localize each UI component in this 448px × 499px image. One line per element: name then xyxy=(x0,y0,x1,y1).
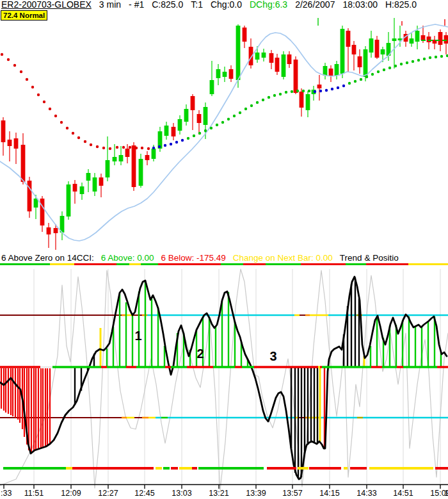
sar-dot-green xyxy=(417,59,420,61)
wave-count-annotation: 2 xyxy=(196,347,204,361)
sar-dot-red xyxy=(13,64,16,67)
candle-body xyxy=(125,149,130,157)
candle-body xyxy=(14,138,19,149)
time-axis-label: 15 xyxy=(444,489,448,498)
time-axis: :3311:5112:0912:2712:4513:0313:2113:3913… xyxy=(0,489,448,499)
candle-body xyxy=(317,85,322,88)
sar-dot-red xyxy=(147,147,150,150)
candle-body xyxy=(294,60,298,93)
candle-body xyxy=(381,49,385,54)
candle-body xyxy=(335,64,339,76)
candle-body xyxy=(1,120,6,142)
candle-body xyxy=(229,69,234,79)
candle-body xyxy=(275,58,280,72)
time-axis-label: 14:51 xyxy=(393,489,413,498)
time-label: 18:03:00 xyxy=(342,0,378,10)
sar-dot-red xyxy=(109,147,111,150)
high-value-label: H:825.0 xyxy=(385,0,417,10)
sar-dot-red xyxy=(66,127,68,129)
chart-canvas[interactable]: 123 xyxy=(0,0,448,499)
sar-dot-blue xyxy=(325,89,328,92)
sar-dot-red xyxy=(26,78,28,81)
sar-dot-green xyxy=(250,104,253,107)
sar-dot-red xyxy=(43,101,45,103)
sar-dot-green xyxy=(440,55,443,58)
candle-body xyxy=(67,184,71,217)
candle-body xyxy=(164,126,169,136)
trend-position-label: Trend & Positio xyxy=(340,253,399,263)
candle-body xyxy=(421,35,426,40)
wave-count-annotation: 1 xyxy=(134,329,141,343)
tick-count-label: T:1 xyxy=(191,0,203,10)
sar-dot-green xyxy=(273,94,276,97)
sar-dot-green xyxy=(348,82,351,85)
symbol-label: ER2-200703-GLOBEX xyxy=(1,0,92,10)
sar-dot-blue xyxy=(181,139,184,142)
candle-body xyxy=(73,184,77,192)
sar-dot-green xyxy=(210,127,212,129)
sar-dot-green xyxy=(216,124,218,126)
time-axis-label: 14:33 xyxy=(356,489,376,498)
time-axis-label: 13:39 xyxy=(246,489,266,498)
time-axis-label: 11:51 xyxy=(24,489,44,498)
candle-body xyxy=(113,157,117,161)
sar-dot-red xyxy=(96,145,99,148)
daily-change-value-label: DChg:6.3 xyxy=(250,0,287,10)
sar-dot-red xyxy=(135,147,138,149)
sar-dot-green xyxy=(204,129,207,132)
smoothed-cci-line xyxy=(0,277,447,479)
sar-dot-red xyxy=(49,108,51,110)
sar-dot-red xyxy=(37,94,40,96)
candle-body xyxy=(54,228,58,233)
candle-body xyxy=(282,54,286,77)
candle-body xyxy=(184,109,189,122)
candle-body xyxy=(243,28,247,42)
sar-dot-blue xyxy=(337,86,339,89)
sar-dot-green xyxy=(423,58,426,60)
candle-body xyxy=(197,114,202,123)
sar-dot-red xyxy=(31,86,34,88)
change-next-bar-label: Change on Next Bar: 0.00 xyxy=(233,253,333,263)
above-value-label: 6 Above: 0.00 xyxy=(101,253,154,263)
sar-dot-green xyxy=(233,115,236,117)
candle-body xyxy=(269,53,274,63)
candle-body xyxy=(47,227,51,234)
time-axis-label: 13:03 xyxy=(172,489,191,498)
time-axis-label: 12:45 xyxy=(134,489,154,498)
candle-body xyxy=(40,199,45,225)
sar-dot-green xyxy=(279,93,282,95)
sar-dot-blue xyxy=(152,147,155,149)
sar-dot-green xyxy=(285,91,287,94)
sar-dot-green xyxy=(262,99,264,101)
candle-body xyxy=(438,32,443,45)
candle-body xyxy=(106,160,110,177)
candle-body xyxy=(369,38,374,53)
sar-dot-red xyxy=(60,121,63,124)
sar-dot-green xyxy=(365,76,368,78)
sar-dot-red xyxy=(20,70,22,73)
candle-body xyxy=(93,177,97,192)
sar-dot-green xyxy=(221,121,224,124)
candle-body xyxy=(132,145,136,187)
candle-body xyxy=(300,92,304,108)
candle-body xyxy=(410,38,414,44)
candle-body xyxy=(21,145,26,182)
sar-dot-green xyxy=(244,108,247,110)
indicator-header: 6 Above Zero on 14CCI: 6 Above: 0.00 6 B… xyxy=(1,253,448,263)
candle-body xyxy=(352,45,356,54)
sar-dot-red xyxy=(84,140,86,143)
close-value-label: C:825.0 xyxy=(152,0,183,10)
sar-dot-green xyxy=(383,69,385,71)
sar-dot-blue xyxy=(175,141,178,143)
raw-cci-line xyxy=(0,269,448,490)
wave-count-annotation: 3 xyxy=(269,349,276,363)
candle-body xyxy=(119,155,124,161)
sar-dot-green xyxy=(187,137,189,140)
candle-body xyxy=(323,66,328,76)
candle-body xyxy=(358,56,362,67)
candle-body xyxy=(287,54,292,64)
candle-body xyxy=(415,31,420,42)
candle-body xyxy=(427,37,431,42)
time-axis-label: 13:21 xyxy=(209,489,228,498)
candle-body xyxy=(392,38,397,41)
